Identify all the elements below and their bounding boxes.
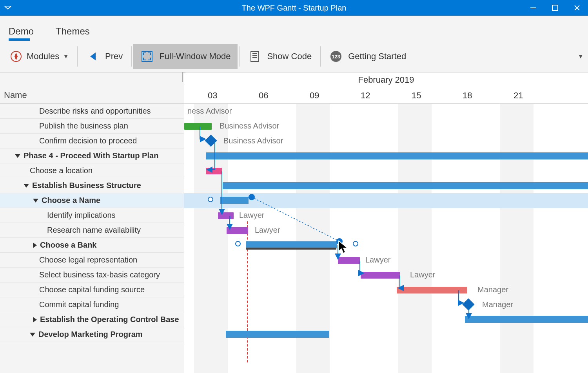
task-row[interactable]: Describe risks and opportunities	[0, 104, 184, 119]
collapse-icon[interactable]	[33, 199, 38, 203]
prev-label: Prev	[105, 51, 123, 62]
ribbon-tabs: Demo Themes	[0, 16, 588, 41]
resource-label: Business Advisor	[223, 136, 283, 145]
task-row[interactable]: Commit capital funding	[0, 297, 184, 312]
resource-label: Manager	[482, 300, 513, 309]
task-row[interactable]: Choose a location	[0, 163, 184, 178]
getstarted-button[interactable]: 123 Getting Started	[322, 44, 413, 69]
gantt-bar[interactable]	[227, 227, 248, 234]
gantt-bar[interactable]	[361, 272, 400, 279]
svg-rect-2	[552, 5, 558, 11]
gantt-canvas[interactable]: ness Advisor Business Advisor Business A…	[184, 104, 588, 373]
tree-header-name[interactable]: Name	[0, 72, 184, 104]
fullwindow-button[interactable]: Full-Window Mode	[133, 44, 238, 69]
window-title: The WPF Gantt - Startup Plan	[0, 4, 588, 13]
svg-rect-5	[251, 51, 259, 62]
chevron-down-icon: ▼	[63, 53, 69, 60]
gantt-bar[interactable]	[397, 287, 467, 293]
compass-icon	[9, 50, 23, 63]
showcode-label: Show Code	[267, 51, 312, 62]
modules-dropdown[interactable]: Modules ▼	[2, 44, 76, 69]
expand-icon[interactable]	[33, 243, 37, 248]
getting-started-icon: 123	[329, 50, 343, 63]
gantt-bar[interactable]	[218, 212, 234, 219]
drag-handle[interactable]	[235, 241, 241, 246]
timeline-days: 03 06 09 12 15 18 21	[184, 88, 588, 104]
gantt-bar[interactable]	[206, 168, 222, 174]
fullwindow-label: Full-Window Mode	[159, 51, 230, 62]
app-menu-button[interactable]	[0, 0, 16, 16]
task-row-summary[interactable]: Establish Business Structure	[0, 178, 184, 193]
task-label-clip: ness Advisor	[187, 107, 232, 116]
resource-label: Business Advisor	[220, 121, 279, 130]
resource-label: Lawyer	[239, 211, 264, 220]
task-row[interactable]: Research name availability	[0, 223, 184, 238]
resource-label: Lawyer	[365, 255, 390, 264]
weekend-shade	[500, 104, 534, 373]
collapse-icon[interactable]	[30, 333, 35, 337]
weekend-shade	[398, 104, 432, 373]
gantt-summary-bar[interactable]	[220, 197, 249, 204]
drag-origin-dot[interactable]	[249, 194, 255, 200]
maximize-button[interactable]	[544, 0, 566, 16]
task-row-summary[interactable]: Choose a Bank	[0, 238, 184, 253]
minimize-button[interactable]	[522, 0, 544, 16]
drag-handle[interactable]	[208, 197, 213, 202]
drag-target-dot[interactable]	[336, 238, 343, 244]
resource-label: Lawyer	[410, 270, 435, 279]
collapse-icon[interactable]	[15, 154, 20, 158]
resource-label: Manager	[477, 285, 508, 294]
titlebar: The WPF Gantt - Startup Plan	[0, 0, 588, 16]
modules-label: Modules	[27, 51, 59, 62]
task-row[interactable]: Confirm decision to proceed	[0, 134, 184, 148]
timeline-month: February 2019	[184, 72, 588, 88]
task-row[interactable]: Choose legal representation	[0, 253, 184, 268]
gantt-bar[interactable]	[338, 257, 360, 264]
task-row-summary[interactable]: Develop Marketing Program	[0, 327, 184, 342]
drag-handle[interactable]	[353, 241, 358, 246]
gantt-summary-bar[interactable]	[226, 331, 329, 338]
showcode-button[interactable]: Show Code	[241, 44, 319, 69]
toolbar: Modules ▼ Prev Full-Window Mode Show Cod…	[0, 41, 588, 72]
gantt-chart[interactable]: February 2019 03 06 09 12 15 18 21 ness	[184, 72, 588, 373]
task-row-summary[interactable]: Establish the Operating Control Base	[0, 312, 184, 327]
tab-demo[interactable]: Demo	[9, 26, 34, 41]
gantt-milestone[interactable]	[462, 298, 474, 310]
document-icon	[248, 50, 261, 63]
getstarted-label: Getting Started	[348, 51, 406, 62]
gantt-summary-bar[interactable]	[465, 316, 588, 323]
task-tree: Name Describe risks and opportunities Pu…	[0, 72, 184, 373]
task-row[interactable]: Select business tax-basis category	[0, 268, 184, 282]
task-row-summary[interactable]: Phase 4 - Proceed With Startup Plan	[0, 148, 184, 163]
task-row[interactable]: Publish the business plan	[0, 119, 184, 134]
tab-themes[interactable]: Themes	[56, 26, 90, 41]
gantt-summary-bar[interactable]	[206, 152, 588, 159]
chevron-down-icon[interactable]: ▼	[578, 53, 583, 60]
task-row[interactable]: Identify implications	[0, 208, 184, 223]
gantt-summary-bar[interactable]	[223, 182, 588, 189]
svg-rect-0	[5, 6, 11, 7]
fullscreen-icon	[140, 50, 154, 63]
content: Name Describe risks and opportunities Pu…	[0, 72, 588, 373]
gantt-bar[interactable]	[184, 123, 212, 130]
window-controls	[522, 0, 588, 16]
close-button[interactable]	[566, 0, 588, 16]
timeline-header: February 2019 03 06 09 12 15 18 21	[184, 72, 588, 104]
expand-icon[interactable]	[33, 317, 37, 322]
prev-button[interactable]: Prev	[79, 44, 130, 69]
back-icon	[86, 50, 100, 63]
gantt-summary-bar[interactable]	[246, 241, 337, 248]
task-row-summary[interactable]: Choose a Name	[0, 193, 184, 208]
svg-text:123: 123	[332, 54, 340, 60]
collapse-icon[interactable]	[24, 184, 29, 188]
resource-label: Lawyer	[255, 226, 280, 235]
svg-rect-1	[530, 7, 536, 8]
task-row[interactable]: Choose capital funding source	[0, 282, 184, 297]
